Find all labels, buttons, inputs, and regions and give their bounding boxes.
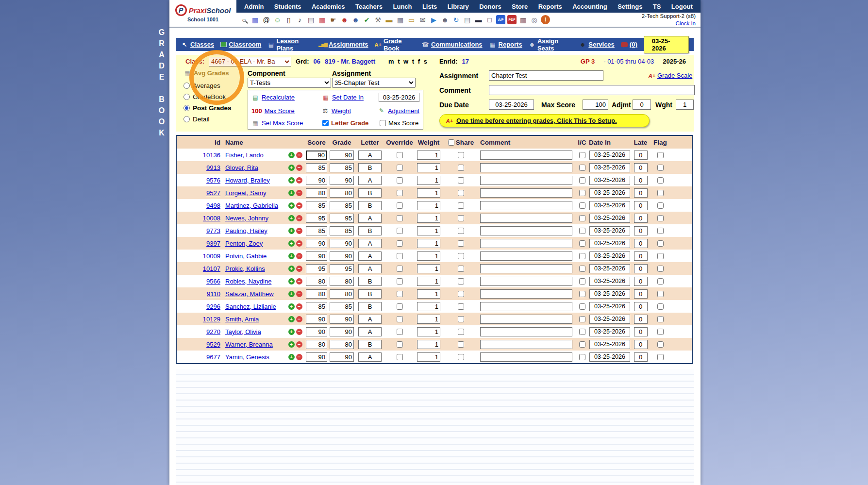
flag-checkbox[interactable] — [657, 291, 664, 297]
override-checkbox[interactable] — [397, 278, 403, 284]
newspaper-icon[interactable]: ▤ — [306, 15, 316, 24]
ic-checkbox[interactable] — [579, 316, 585, 322]
flag-checkbox[interactable] — [657, 215, 664, 221]
date-in-input[interactable] — [589, 188, 630, 198]
ic-checkbox[interactable] — [579, 165, 585, 171]
nav-students[interactable]: Students — [274, 3, 301, 10]
weight-input[interactable] — [417, 315, 440, 324]
cash-icon[interactable]: ▬ — [384, 15, 394, 24]
subtract-points-icon[interactable] — [296, 228, 302, 234]
date-in-input[interactable] — [589, 214, 630, 223]
comment-input[interactable] — [480, 352, 572, 362]
detail-radio[interactable] — [184, 116, 190, 122]
student-id-link[interactable]: 10129 — [203, 316, 220, 323]
student-name-link[interactable]: Potvin, Gabbie — [225, 252, 267, 260]
nav-reports[interactable]: Reports — [538, 3, 562, 10]
add-points-icon[interactable] — [288, 354, 295, 360]
speaker-icon[interactable]: ♪ — [295, 15, 304, 24]
date-in-input[interactable] — [589, 352, 630, 362]
share-checkbox[interactable] — [458, 266, 464, 272]
score-input[interactable] — [306, 239, 327, 248]
add-points-icon[interactable] — [288, 215, 295, 221]
override-checkbox[interactable] — [397, 240, 403, 247]
nav-library[interactable]: Library — [448, 3, 469, 10]
flag-checkbox[interactable] — [657, 266, 664, 272]
grade-input[interactable] — [330, 201, 354, 210]
add-points-icon[interactable] — [288, 253, 295, 259]
student-id-link[interactable]: 10008 — [203, 215, 220, 222]
flag-checkbox[interactable] — [657, 177, 664, 184]
override-checkbox[interactable] — [397, 165, 403, 171]
share-checkbox[interactable] — [458, 202, 464, 209]
smiley-icon[interactable]: ☺ — [273, 15, 282, 24]
weight-input[interactable] — [417, 302, 440, 311]
override-checkbox[interactable] — [397, 303, 403, 310]
late-input[interactable] — [634, 277, 648, 286]
weight-input[interactable] — [417, 277, 440, 286]
weight-input[interactable] — [417, 340, 440, 349]
weight-link[interactable]: Weight — [332, 107, 351, 115]
share-checkbox[interactable] — [458, 253, 464, 259]
clock-in-link[interactable]: Clock In — [675, 20, 696, 26]
date-in-input[interactable] — [589, 151, 630, 160]
radio-post-grades[interactable]: Post Grades — [184, 102, 247, 114]
comment-input[interactable] — [480, 176, 572, 185]
subnav-classes[interactable]: Classes — [181, 41, 214, 48]
nav-lists[interactable]: Lists — [422, 3, 437, 10]
wght-input[interactable] — [676, 100, 694, 110]
grade-input[interactable] — [330, 315, 354, 324]
student-name-link[interactable]: Salazar, Matthew — [225, 290, 274, 298]
date-in-input[interactable] — [589, 226, 630, 235]
subnav-reports[interactable]: Reports — [489, 41, 522, 48]
score-input[interactable] — [306, 176, 327, 185]
add-points-icon[interactable] — [288, 228, 295, 234]
comment-input[interactable] — [480, 315, 572, 324]
flag-checkbox[interactable] — [657, 165, 664, 171]
student-name-link[interactable]: Newes, Johnny — [225, 215, 268, 222]
comment-input[interactable] — [480, 251, 572, 261]
setup-banner[interactable]: One time before entering grades, Click T… — [439, 114, 650, 127]
student-id-link[interactable]: 9296 — [206, 303, 220, 310]
nav-settings[interactable]: Settings — [618, 3, 642, 10]
score-input[interactable] — [306, 151, 327, 160]
student-id-link[interactable]: 9110 — [207, 290, 220, 298]
override-checkbox[interactable] — [397, 354, 403, 360]
date-in-input[interactable] — [589, 277, 630, 286]
score-input[interactable] — [306, 226, 327, 235]
post-grades-radio[interactable] — [184, 105, 190, 111]
weight-input[interactable] — [417, 176, 440, 185]
subnav-assignments[interactable]: Assignments — [319, 41, 368, 48]
add-points-icon[interactable] — [288, 341, 295, 348]
student-name-link[interactable]: Smith, Amia — [225, 316, 259, 323]
flag-checkbox[interactable] — [657, 354, 664, 360]
max-score-checkbox[interactable] — [380, 120, 386, 126]
nav-logout[interactable]: Logout — [671, 3, 693, 10]
student-name-link[interactable]: Martinez, Gabriella — [225, 202, 278, 209]
grade-input[interactable] — [330, 264, 354, 273]
grade-scale-link[interactable]: Grade Scale — [657, 72, 692, 79]
student-id-link[interactable]: 9566 — [206, 278, 220, 285]
student-name-link[interactable]: Fisher, Lando — [225, 151, 264, 159]
grade-input[interactable] — [330, 239, 354, 248]
late-input[interactable] — [634, 201, 648, 210]
date-in-input[interactable] — [589, 163, 630, 172]
weight-input[interactable] — [417, 226, 440, 235]
date-in-input[interactable] — [589, 239, 630, 248]
avg-grades-option[interactable]: Avg Grades — [184, 69, 247, 77]
override-checkbox[interactable] — [397, 190, 403, 196]
nav-lunch[interactable]: Lunch — [393, 3, 412, 10]
grade-input[interactable] — [330, 277, 354, 286]
late-input[interactable] — [634, 214, 648, 223]
score-input[interactable] — [306, 289, 327, 299]
flag-checkbox[interactable] — [657, 316, 664, 322]
date-in-input[interactable] — [589, 289, 630, 299]
comment-input[interactable] — [480, 302, 572, 311]
subtract-points-icon[interactable] — [296, 190, 302, 196]
ic-checkbox[interactable] — [579, 202, 585, 209]
flag-checkbox[interactable] — [657, 329, 664, 335]
subtract-points-icon[interactable] — [296, 303, 302, 310]
share-checkbox[interactable] — [458, 341, 464, 348]
comment-input[interactable] — [480, 214, 572, 223]
comment-input[interactable] — [480, 327, 572, 336]
subnav-services[interactable]: Services — [579, 41, 615, 48]
